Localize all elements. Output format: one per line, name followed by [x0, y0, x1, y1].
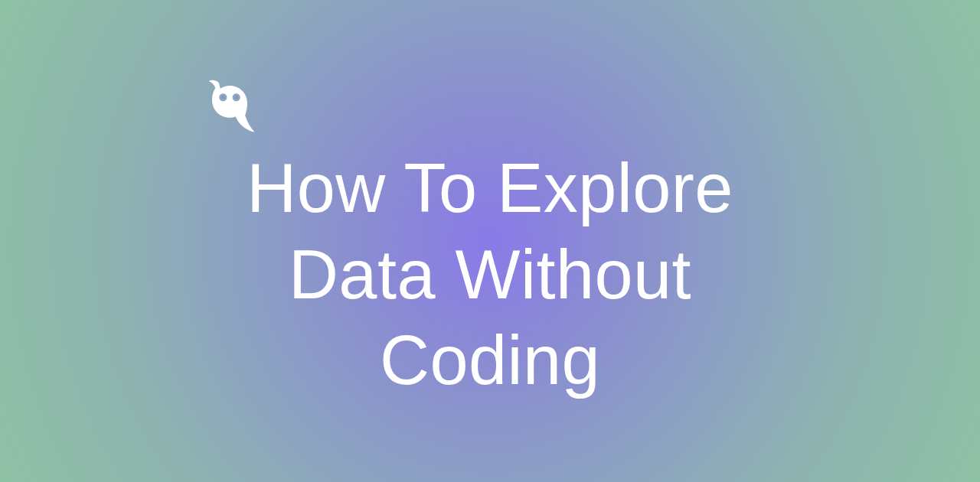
hero-content: How To Explore Data Without Coding — [199, 78, 781, 404]
hero-title: How To Explore Data Without Coding — [199, 145, 781, 404]
svg-point-0 — [221, 96, 224, 99]
owl-icon — [202, 78, 257, 133]
svg-point-1 — [234, 96, 237, 99]
